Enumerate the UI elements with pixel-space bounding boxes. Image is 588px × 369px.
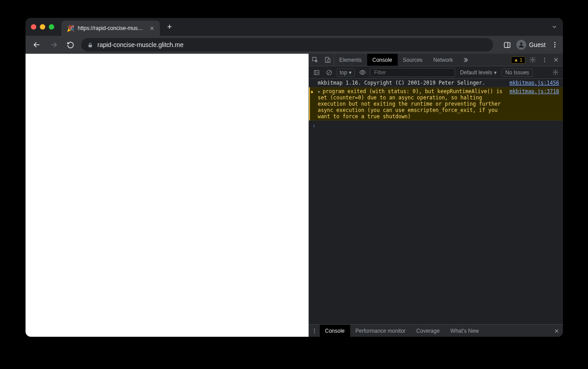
svg-point-5: [520, 43, 522, 45]
levels-label: Default levels: [460, 69, 492, 76]
address-bar[interactable]: rapid-concise-muscle.glitch.me: [81, 38, 493, 51]
drawer-tab-coverage[interactable]: Coverage: [411, 325, 445, 337]
forward-button[interactable]: [47, 38, 60, 51]
warning-count: 1: [519, 57, 522, 63]
drawer-tab-performance-monitor[interactable]: Performance monitor: [350, 325, 411, 337]
expand-caret-icon[interactable]: ▸: [318, 88, 321, 94]
close-tab-button[interactable]: ✕: [150, 25, 155, 32]
live-expression-button[interactable]: [357, 68, 367, 77]
reload-button[interactable]: [64, 38, 77, 51]
log-message: ▸program exited (with status: 0), but ke…: [318, 88, 510, 120]
svg-rect-2: [88, 44, 92, 47]
url-text: rapid-concise-muscle.glitch.me: [98, 41, 184, 48]
console-log-row: mkbitmap 1.16. Copyright (C) 2001-2019 P…: [309, 79, 563, 87]
lock-icon: [87, 42, 93, 48]
avatar-icon: [516, 40, 526, 50]
chevron-down-icon: ▾: [494, 69, 497, 76]
svg-point-8: [554, 46, 555, 47]
devtools-menu-button[interactable]: [540, 57, 549, 63]
svg-point-23: [554, 72, 556, 73]
devtools-settings-button[interactable]: [528, 56, 537, 63]
tab-elements[interactable]: Elements: [334, 54, 367, 66]
drawer-close-button[interactable]: [550, 328, 563, 334]
log-message: mkbitmap 1.16. Copyright (C) 2001-2019 P…: [318, 80, 510, 86]
svg-point-7: [554, 44, 555, 46]
devtools-drawer: Console Performance monitor Coverage Wha…: [309, 324, 563, 337]
devtools-tab-bar: Elements Console Sources Network ▲ 1: [309, 54, 563, 66]
log-levels-selector[interactable]: Default levels ▾: [458, 69, 499, 77]
zoom-window-button[interactable]: [49, 24, 54, 30]
devtools-close-button[interactable]: [552, 57, 560, 63]
svg-point-25: [313, 330, 314, 331]
close-window-button[interactable]: [31, 24, 36, 30]
console-filter-input[interactable]: [370, 68, 455, 77]
device-toolbar-button[interactable]: [322, 54, 334, 66]
drawer-tab-whats-new[interactable]: What's New: [445, 325, 485, 337]
tab-title: https://rapid-concise-muscle.g: [78, 25, 146, 31]
log-source-link[interactable]: mkbitmap.js:1456: [510, 80, 559, 86]
side-panel-button[interactable]: [503, 41, 511, 49]
more-tabs-button[interactable]: [459, 54, 472, 66]
svg-rect-3: [504, 42, 510, 47]
svg-point-6: [554, 42, 555, 43]
drawer-menu-button[interactable]: [309, 328, 320, 334]
clear-console-button[interactable]: [324, 68, 334, 77]
svg-line-21: [327, 71, 330, 74]
context-selector[interactable]: top ▾: [337, 69, 355, 77]
new-tab-button[interactable]: +: [163, 21, 176, 33]
back-button[interactable]: [30, 38, 43, 51]
tab-console[interactable]: Console: [367, 54, 398, 66]
log-source-link[interactable]: mkbitmap.js:3718: [510, 88, 559, 120]
minimize-window-button[interactable]: [40, 24, 45, 30]
content-area: Elements Console Sources Network ▲ 1: [26, 54, 563, 337]
page-viewport[interactable]: [26, 54, 309, 337]
warning-icon: ▲: [514, 57, 518, 62]
svg-point-13: [544, 57, 545, 58]
tab-favicon: 🎉: [67, 25, 74, 31]
inspect-element-button[interactable]: [309, 54, 322, 66]
issues-label: No Issues: [505, 69, 529, 76]
tab-network[interactable]: Network: [428, 54, 459, 66]
guest-label: Guest: [529, 41, 545, 48]
console-sidebar-toggle[interactable]: [312, 68, 322, 77]
svg-rect-11: [328, 59, 330, 63]
titlebar: 🎉 https://rapid-concise-muscle.g ✕ +: [26, 18, 563, 36]
devtools-panel: Elements Console Sources Network ▲ 1: [309, 54, 563, 337]
svg-point-26: [313, 332, 314, 333]
tab-sources[interactable]: Sources: [398, 54, 428, 66]
svg-point-12: [532, 59, 533, 61]
svg-point-22: [361, 72, 363, 73]
console-prompt[interactable]: ›: [309, 121, 563, 131]
traffic-lights: [31, 24, 54, 30]
browser-menu-button[interactable]: [551, 41, 558, 48]
browser-tab[interactable]: 🎉 https://rapid-concise-muscle.g ✕: [61, 21, 160, 36]
warning-icon: ▲: [311, 89, 313, 94]
svg-point-14: [544, 59, 545, 60]
svg-point-15: [544, 61, 545, 62]
console-toolbar: top ▾ Default levels ▾ No Issues: [309, 66, 563, 79]
svg-rect-18: [314, 70, 319, 74]
toolbar: rapid-concise-muscle.glitch.me Guest: [26, 36, 563, 54]
console-body[interactable]: mkbitmap 1.16. Copyright (C) 2001-2019 P…: [309, 79, 563, 324]
console-warn-row: ▲ ▸program exited (with status: 0), but …: [309, 87, 563, 121]
tab-overflow-button[interactable]: [551, 24, 558, 30]
warnings-badge[interactable]: ▲ 1: [511, 56, 525, 64]
chevron-down-icon: ▾: [349, 69, 352, 76]
browser-window: 🎉 https://rapid-concise-muscle.g ✕ + rap…: [26, 18, 563, 337]
context-label: top: [340, 69, 348, 76]
issues-chip[interactable]: No Issues: [502, 69, 532, 77]
drawer-tab-console[interactable]: Console: [320, 325, 350, 337]
profile-chip[interactable]: Guest: [516, 40, 545, 50]
console-settings-button[interactable]: [551, 69, 560, 76]
svg-point-24: [313, 328, 314, 329]
